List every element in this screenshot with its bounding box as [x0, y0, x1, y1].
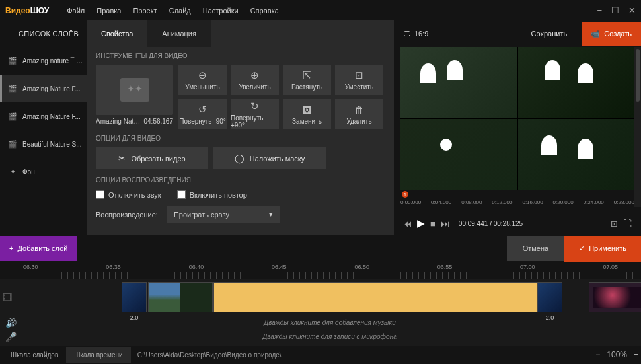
- loop-checkbox[interactable]: Включить повтор: [177, 190, 247, 199]
- minimize-icon[interactable]: −: [597, 5, 602, 15]
- menu-settings[interactable]: Настройки: [197, 4, 245, 17]
- section-playback: ОПЦИИ ВОСПРОИЗВЕДЕНИЯ: [96, 176, 385, 184]
- replace-button[interactable]: 🖼Заменить: [283, 99, 331, 129]
- layer-item[interactable]: 🎬Amazing Nature F...: [0, 102, 87, 130]
- fit-button[interactable]: ⊡Уместить: [335, 65, 383, 95]
- play-button[interactable]: ▶: [417, 217, 425, 229]
- menu-help[interactable]: Справка: [245, 4, 285, 17]
- crop-button[interactable]: ⊡: [611, 219, 618, 229]
- next-frame-button[interactable]: ⏭: [441, 219, 449, 229]
- playhead-marker[interactable]: 1: [402, 191, 408, 198]
- prev-frame-button[interactable]: ⏮: [403, 219, 412, 229]
- close-icon[interactable]: ✕: [628, 5, 636, 15]
- project-path: C:\Users\Aida\Desktop\Видео\Видео о прир…: [137, 351, 282, 359]
- slides-scale-tab[interactable]: Шкала слайдов: [3, 347, 66, 363]
- mic-track[interactable]: 🎤 Дважды кликните для записи с микрофона: [0, 330, 641, 344]
- layer-item[interactable]: 🎬Amazing Nature F...: [0, 75, 87, 102]
- action-bar: +Добавить слой Отмена ✓Применить: [0, 235, 641, 262]
- layers-panel: СПИСОК СЛОЁВ 🎬Amazing nature ¯ S... 🎬Ama…: [0, 20, 87, 235]
- tab-animation[interactable]: Анимация: [147, 20, 211, 47]
- rotate-left-button[interactable]: ↺Повернуть -90°: [178, 99, 227, 129]
- stretch-icon: ⇱: [303, 69, 311, 81]
- preview-ruler[interactable]: 1 0:00.0000:04.0000:08.0000:12.0000:16.0…: [400, 194, 634, 212]
- cancel-button[interactable]: Отмена: [507, 236, 564, 261]
- layer-item[interactable]: 🎬Amazing nature ¯ S...: [0, 47, 87, 75]
- fx-icon: ✦: [7, 168, 18, 176]
- selected-clip[interactable]: [213, 282, 537, 312]
- apply-button[interactable]: ✓Применить: [564, 236, 641, 262]
- zoom-out-icon: ⊖: [198, 69, 207, 81]
- transition-clip[interactable]: 2.0: [122, 282, 147, 312]
- menu-file[interactable]: Файл: [61, 4, 91, 17]
- create-button[interactable]: 📹Создать: [582, 22, 641, 46]
- fit-icon: ⊡: [355, 69, 363, 81]
- mask-icon: ◯: [235, 153, 245, 163]
- section-video-opts: ОПЦИИ ДЛЯ ВИДЕО: [96, 135, 385, 142]
- zoom-level: 100%: [607, 350, 627, 359]
- status-bar: Шкала слайдов Шкала времени C:\Users\Aid…: [0, 346, 641, 364]
- playback-label: Воспроизведение:: [96, 211, 158, 219]
- delete-button[interactable]: 🗑Удалить: [335, 99, 383, 129]
- titlebar: ВидеоШОУ Файл Правка Проект Слайд Настро…: [0, 0, 641, 20]
- image-icon: 🖼: [302, 104, 312, 116]
- clip-duration: 04:56.167: [144, 118, 174, 125]
- video-icon: 🎬: [7, 112, 18, 120]
- zoom-in-icon: ⊕: [250, 69, 259, 81]
- menu-slide[interactable]: Слайд: [163, 4, 197, 17]
- mute-checkbox[interactable]: Отключить звук: [96, 190, 161, 199]
- rotate-right-button[interactable]: ↻Повернуть +90°: [231, 99, 279, 129]
- section-tools: ИНСТРУМЕНТЫ ДЛЯ ВИДЕО: [96, 52, 385, 59]
- fullscreen-button[interactable]: ⛶: [623, 219, 632, 229]
- transition-clip[interactable]: 2.0: [537, 282, 562, 312]
- stretch-button[interactable]: ⇱Растянуть: [283, 65, 331, 95]
- timecode: 00:09.441 / 00:28.125: [459, 220, 523, 227]
- video-icon: 🎬: [7, 140, 18, 148]
- video-clip[interactable]: [148, 282, 213, 312]
- chevron-down-icon: ▾: [269, 210, 273, 219]
- save-button[interactable]: Сохранить: [523, 30, 576, 38]
- trim-video-button[interactable]: ✂Обрезать видео: [96, 147, 208, 169]
- playback-controls: ⏮ ▶ ■ ⏭ 00:09.441 / 00:28.125 ⊡ ⛶: [400, 212, 634, 235]
- scrollbar[interactable]: [634, 47, 641, 207]
- trash-icon: 🗑: [354, 104, 364, 116]
- layer-item[interactable]: ✦Фон: [0, 158, 87, 186]
- app-logo: ВидеоШОУ: [5, 6, 49, 15]
- zoom-out-button[interactable]: ⊖Уменьшить: [178, 65, 227, 95]
- video-clip[interactable]: [589, 282, 641, 312]
- main-menu: Файл Правка Проект Слайд Настройки Справ…: [61, 4, 285, 17]
- playback-select[interactable]: Проиграть сразу▾: [167, 206, 280, 223]
- apply-mask-button[interactable]: ◯Наложить маску: [213, 147, 326, 169]
- plus-icon: +: [9, 244, 13, 252]
- zoom-in-button[interactable]: ⊕Увеличить: [231, 65, 279, 95]
- check-icon: ✓: [579, 244, 585, 253]
- maximize-icon[interactable]: ☐: [611, 5, 619, 15]
- layers-header: СПИСОК СЛОЁВ: [0, 20, 87, 47]
- clip-name: Amazing Natur...: [96, 118, 144, 125]
- time-scale-tab[interactable]: Шкала времени: [66, 347, 130, 363]
- export-icon: 📹: [591, 30, 600, 38]
- stop-button[interactable]: ■: [430, 219, 435, 229]
- timeline: 🎞 2.0 2.0 🔊 Дважды кликните для добавлен…: [0, 279, 641, 344]
- layer-item[interactable]: 🎬Beautiful Nature S...: [0, 130, 87, 158]
- menu-edit[interactable]: Правка: [91, 4, 127, 17]
- add-layer-button[interactable]: +Добавить слой: [0, 236, 77, 261]
- aspect-ratio[interactable]: 🖵16:9: [403, 30, 428, 38]
- zoom-out-button[interactable]: −: [595, 350, 600, 359]
- film-icon: 🎞: [3, 292, 12, 303]
- window-controls: − ☐ ✕: [597, 5, 636, 15]
- menu-project[interactable]: Проект: [127, 4, 163, 17]
- tab-properties[interactable]: Свойства: [87, 20, 147, 47]
- panel-tabs: Свойства Анимация: [87, 20, 394, 47]
- timeline-ruler[interactable]: 06:3006:3506:4006:4506:5006:5507:0007:05: [0, 262, 641, 279]
- video-icon: 🎬: [7, 57, 18, 65]
- rotate-right-icon: ↻: [250, 100, 259, 112]
- speaker-icon: 🔊: [3, 318, 19, 328]
- scissors-icon: ✂: [118, 153, 126, 163]
- monitor-icon: 🖵: [403, 30, 410, 38]
- clip-thumbnail: [96, 65, 173, 115]
- zoom-in-button[interactable]: +: [634, 350, 638, 359]
- video-track[interactable]: 🎞 2.0 2.0: [0, 279, 641, 316]
- preview-canvas[interactable]: [400, 47, 634, 190]
- properties-panel: Свойства Анимация ИНСТРУМЕНТЫ ДЛЯ ВИДЕО …: [87, 20, 394, 235]
- video-icon: 🎬: [7, 85, 18, 92]
